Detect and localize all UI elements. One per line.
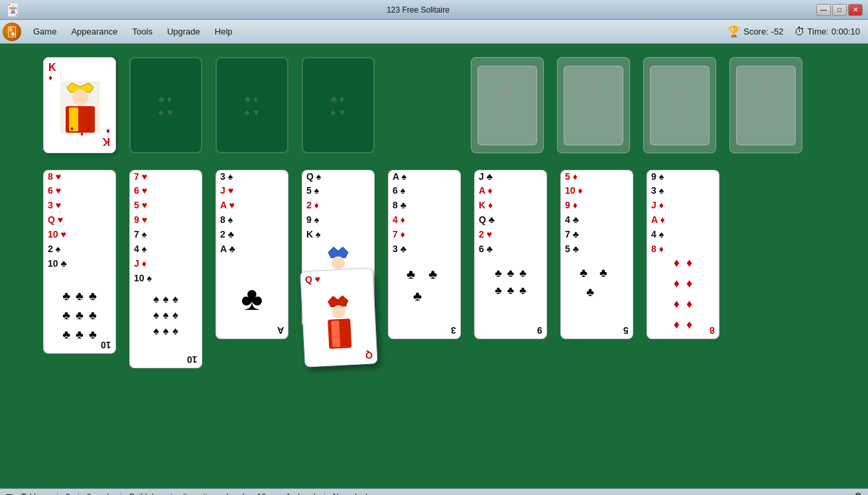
menu-items: Game Appearance Tools Upgrade Help xyxy=(27,24,727,39)
card-4c[interactable]: 4 ♣ xyxy=(560,214,633,228)
maximize-button[interactable]: □ xyxy=(832,4,847,16)
card-6h2[interactable]: 6 ♥ xyxy=(129,184,202,199)
time-value: 0:00:10 xyxy=(832,27,860,36)
card-jh[interactable]: J ♥ xyxy=(216,184,288,199)
card-5s[interactable]: 5 ♠ xyxy=(302,184,375,199)
status-icon: ⊞ xyxy=(5,492,13,496)
card-as[interactable]: A ♠ xyxy=(388,170,461,184)
foundation-slot-1[interactable]: A ♣♦♠♥ xyxy=(471,57,544,153)
foundation-slot-4[interactable]: A ♣♦♠♥ xyxy=(729,57,802,153)
card-a2[interactable]: A ♦ xyxy=(647,214,719,228)
stock-slot-1[interactable]: K ♦ K ♦ ♦ ♦ ♦ xyxy=(43,57,116,153)
game-area[interactable]: K ♦ K ♦ ♦ ♦ ♦ ♣ ♦ ♠ ♥ xyxy=(0,44,868,488)
card-3d[interactable]: 3 ♠ xyxy=(647,184,719,199)
svg-text:♦: ♦ xyxy=(70,125,74,132)
score-area: 🏆 Score: -52 ⏱ Time: 0:00:10 xyxy=(727,25,865,38)
card-qc[interactable]: Q ♣ xyxy=(474,214,547,228)
card-6h[interactable]: 6 ♥ xyxy=(43,184,116,199)
foundation-slot-3[interactable]: A ♣♦♠♥ xyxy=(643,57,716,153)
card-ah[interactable]: A ♥ xyxy=(216,199,288,214)
divider-2 xyxy=(78,492,79,496)
svg-text:K: K xyxy=(48,62,56,73)
svg-point-5 xyxy=(72,90,88,106)
title-bar: 🃏 123 Free Solitaire — □ ✕ xyxy=(0,0,868,20)
card-count: 6 cards xyxy=(87,492,113,496)
card-5h[interactable]: 5 ♥ xyxy=(129,199,202,214)
card-qh[interactable]: Q ♥ xyxy=(43,214,116,228)
card-8h[interactable]: 8 ♥ xyxy=(43,170,116,184)
card-10s[interactable]: 10 ♠ ♠♠♠ ♠♠♠ ♠♠♠ 10 xyxy=(129,272,202,368)
card-2d[interactable]: 2 ♦ xyxy=(302,199,375,214)
card-5c[interactable]: 5 ♣ ♣♣ ♣ 5 xyxy=(560,243,633,339)
card-5d[interactable]: 5 ♦ xyxy=(560,170,633,184)
card-8s[interactable]: 8 ♠ xyxy=(216,214,288,228)
app-logo: 🂡 xyxy=(3,23,21,41)
card-2h[interactable]: 2 ♥ xyxy=(474,228,547,243)
card-7h[interactable]: 7 ♥ xyxy=(129,170,202,184)
card-9h2[interactable]: 9 ♠ xyxy=(647,170,719,184)
card-6s[interactable]: 6 ♠ xyxy=(388,184,461,199)
minimize-button[interactable]: — xyxy=(816,4,831,16)
card-kd[interactable]: K ♦ xyxy=(474,199,547,214)
divider-1 xyxy=(57,492,58,496)
menu-appearance[interactable]: Appearance xyxy=(64,24,124,39)
card-9d[interactable]: 9 ♦ xyxy=(560,199,633,214)
card-jd[interactable]: J ♦ xyxy=(129,257,202,272)
menu-game[interactable]: Game xyxy=(27,24,63,39)
card-7d[interactable]: 7 ♦ xyxy=(388,228,461,243)
card-3s[interactable]: 3 ♠ xyxy=(216,170,288,184)
window-controls: — □ ✕ xyxy=(816,4,863,16)
svg-text:♦: ♦ xyxy=(80,130,84,137)
menu-tools[interactable]: Tools xyxy=(126,24,159,39)
svg-text:K: K xyxy=(102,136,110,147)
card-2c[interactable]: 2 ♣ xyxy=(216,228,288,243)
card-9h[interactable]: 9 ♥ xyxy=(129,214,202,228)
score-value: -52 xyxy=(771,27,784,36)
menu-upgrade[interactable]: Upgrade xyxy=(160,24,207,39)
card-10h[interactable]: 10 ♥ xyxy=(43,228,116,243)
score-label: Score: xyxy=(743,27,769,36)
card-4s[interactable]: 4 ♠ xyxy=(129,243,202,257)
card-2s[interactable]: 2 ♠ xyxy=(43,243,116,257)
settings-icon[interactable]: ⚙ xyxy=(853,490,863,495)
card-qs[interactable]: Q ♠ xyxy=(302,170,375,184)
card-ad[interactable]: A ♦ xyxy=(474,184,547,199)
card-8c[interactable]: 8 ♣ xyxy=(388,199,461,214)
card-3h[interactable]: 3 ♥ xyxy=(43,199,116,214)
card-ac[interactable]: A ♣ ♣ A xyxy=(216,243,288,339)
card-jc[interactable]: J ♣ xyxy=(474,170,547,184)
window-title: 123 Free Solitaire xyxy=(20,5,816,15)
card-9c[interactable]: 6 ♣ ♣♣♣ ♣♣♣ 9 xyxy=(474,243,547,339)
card-10c[interactable]: 10 ♣ ♣♣♣ ♣♣♣ ♣♣♣ 10 xyxy=(43,257,116,354)
status-bar: ⊞ Tableau 8 6 cards Build down in altern… xyxy=(0,488,868,495)
card-js[interactable]: J ♦ xyxy=(647,199,719,214)
stock-slot-4[interactable]: ♣ ♦ ♠ ♥ xyxy=(302,57,375,153)
build-rule: Build down in alternating colors (ex. 10… xyxy=(129,492,316,496)
menu-help[interactable]: Help xyxy=(208,24,239,39)
game-type: Tableau xyxy=(21,492,49,496)
svg-text:♦: ♦ xyxy=(106,127,110,136)
card-4h[interactable]: 4 ♠ xyxy=(647,228,719,243)
card-3c[interactable]: 3 ♣ ♣♣ ♣ 3 xyxy=(388,243,461,339)
close-button[interactable]: ✕ xyxy=(848,4,863,16)
divider-3 xyxy=(121,492,121,496)
svg-marker-13 xyxy=(328,247,348,257)
time-display: ⏱ Time: 0:00:10 xyxy=(794,26,860,38)
dragged-queen-hearts[interactable]: Q ♥ Q xyxy=(300,267,377,368)
menu-bar: 🂡 Game Appearance Tools Upgrade Help 🏆 S… xyxy=(0,20,868,44)
divider-4 xyxy=(324,492,325,496)
stock-slot-3[interactable]: ♣ ♦ ♠ ♥ xyxy=(216,57,288,153)
card-10d[interactable]: 10 ♦ xyxy=(560,184,633,199)
redeal-rule: No redeal xyxy=(333,492,367,496)
svg-point-14 xyxy=(332,256,345,269)
card-4d[interactable]: 4 ♦ xyxy=(388,214,461,228)
card-7s[interactable]: 7 ♠ xyxy=(129,228,202,243)
score-display: 🏆 Score: -52 xyxy=(727,25,783,38)
foundation-slot-2[interactable]: A ♣♦♠♥ xyxy=(557,57,630,153)
svg-text:♦: ♦ xyxy=(48,73,52,82)
column-count: 8 xyxy=(66,492,70,496)
card-9s[interactable]: 9 ♠ xyxy=(302,214,375,228)
stock-slot-2[interactable]: ♣ ♦ ♠ ♥ xyxy=(129,57,202,153)
card-7c[interactable]: 7 ♣ xyxy=(560,228,633,243)
card-8d[interactable]: 8 ♦ ♦♦ ♦♦ ♦♦ ♦♦ 8 xyxy=(647,243,719,339)
